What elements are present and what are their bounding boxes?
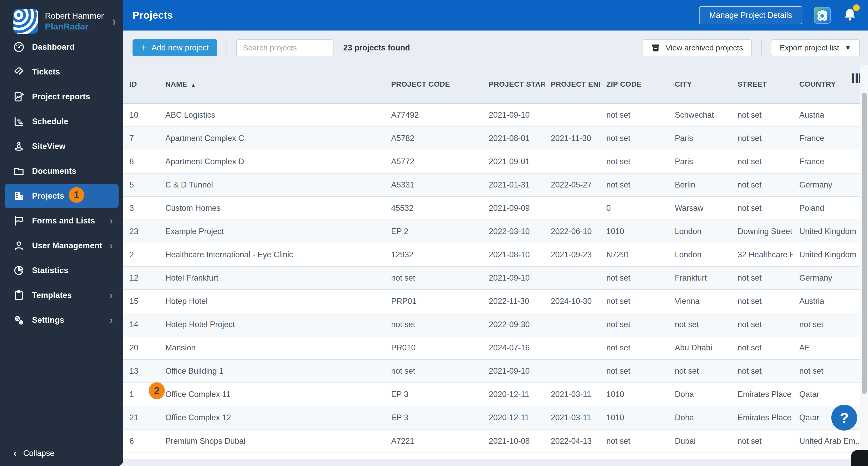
chevron-right-icon: › — [110, 240, 113, 251]
table-cell: 2021-08-01 — [483, 127, 545, 150]
table-row[interactable]: 20MansionPR0102024-07-16not setAbu Dhabi… — [123, 336, 860, 359]
table-cell: Austria — [793, 290, 860, 313]
table-cell: 45532 — [385, 197, 483, 220]
schedule-icon — [13, 116, 25, 127]
sidebar-item-dashboard[interactable]: Dashboard — [0, 35, 123, 59]
table-cell: not set — [669, 313, 731, 336]
partial-row — [123, 453, 860, 459]
column-header-project-code[interactable]: PROJECT CODE — [385, 65, 483, 104]
chevron-right-icon: › — [110, 290, 113, 301]
table-cell: not set — [731, 336, 793, 359]
table-cell: Office Complex 12 — [159, 406, 385, 429]
table-row[interactable]: 14Hotep Hotel Projectnot set2022-09-30no… — [123, 313, 860, 336]
search-input[interactable] — [237, 39, 334, 56]
sidebar-item-tickets[interactable]: Tickets — [0, 59, 123, 84]
column-header-zip-code[interactable]: ZIP CODE — [600, 65, 669, 104]
table-cell: 1010 — [600, 383, 669, 406]
table-row[interactable]: 8Apartment Complex DA57722021-09-01not s… — [123, 150, 860, 173]
sidebar-item-statistics[interactable]: Statistics — [0, 258, 123, 283]
export-project-list-button[interactable]: Export project list ▼ — [771, 39, 860, 56]
table-row[interactable]: 1Office Complex 11EP 32020-12-112021-03-… — [123, 383, 860, 406]
table-row[interactable]: 3Custom Homes455322021-09-090Warsawnot s… — [123, 197, 860, 220]
sidebar-item-siteview[interactable]: SiteView — [0, 134, 123, 159]
table-cell: Hotep Hotel — [159, 290, 385, 313]
help-button[interactable]: ? — [831, 405, 857, 431]
table-row[interactable]: 15Hotep HotelPRP012022-11-302024-10-30no… — [123, 290, 860, 313]
column-header-country[interactable]: COUNTRY — [793, 65, 860, 104]
vertical-scrollbar-track[interactable] — [860, 65, 868, 466]
table-cell: United Arab Em... — [793, 429, 860, 453]
table-row[interactable]: 10ABC LogisticsA774922021-09-10not setSc… — [123, 104, 860, 127]
table-cell: Dubai — [669, 429, 731, 453]
column-header-street[interactable]: STREET — [731, 65, 793, 104]
notifications-button[interactable] — [843, 7, 857, 23]
sidebar-item-projects[interactable]: Projects — [5, 184, 119, 208]
table-cell: not set — [600, 266, 669, 290]
sidebar-item-documents[interactable]: Documents — [0, 159, 123, 184]
column-header-id[interactable]: ID — [123, 65, 159, 104]
table-row[interactable]: 23Example ProjectEP 22022-03-102022-06-1… — [123, 220, 860, 243]
projects-table: IDNAME▲PROJECT CODEPROJECT STARTPROJECT … — [123, 65, 860, 453]
column-header-project-end[interactable]: PROJECT END — [545, 65, 600, 104]
manage-project-details-button[interactable]: Manage Project Details — [699, 6, 803, 24]
table-cell: 32 Healthcare P... — [731, 243, 793, 266]
table-cell: 23 — [123, 220, 159, 243]
table-cell: 2022-09-30 — [483, 313, 545, 336]
table-row[interactable]: 12Hotel Frankfurtnot set2021-09-10not se… — [123, 266, 860, 290]
table-cell: not set — [600, 104, 669, 127]
table-cell: Apartment Complex C — [159, 127, 385, 150]
table-cell: C & D Tunnel — [159, 173, 385, 197]
sidebar-item-label: Projects — [32, 192, 64, 201]
report-icon — [13, 91, 25, 103]
table-cell: Doha — [669, 383, 731, 406]
chevron-right-icon[interactable]: › — [112, 12, 116, 30]
sidebar-item-forms-and-lists[interactable]: Forms and Lists› — [0, 208, 123, 233]
table-cell: 20 — [123, 336, 159, 359]
table-cell: A77492 — [385, 104, 483, 127]
collapse-button[interactable]: ‹ Collapse — [13, 448, 55, 459]
table-cell: Hotep Hotel Project — [159, 313, 385, 336]
divider — [226, 40, 227, 55]
table-cell: not set — [731, 266, 793, 290]
folder-icon — [13, 165, 25, 177]
table-cell: not set — [600, 359, 669, 383]
table-row[interactable]: 6Premium Shops DubaiA72212021-10-082022-… — [123, 429, 860, 453]
sidebar-item-project-reports[interactable]: Project reports — [0, 84, 123, 109]
sidebar-item-user-management[interactable]: User Management› — [0, 233, 123, 258]
table-cell: 12932 — [385, 243, 483, 266]
table-cell: not set — [600, 150, 669, 173]
app-switcher-icon[interactable] — [814, 7, 831, 24]
plus-icon: + — [141, 43, 147, 53]
sidebar-item-label: Project reports — [32, 92, 90, 101]
flag-icon — [13, 215, 25, 227]
sidebar-item-templates[interactable]: Templates› — [0, 283, 123, 308]
table-cell: Mansion — [159, 336, 385, 359]
sidebar-item-label: Settings — [32, 316, 64, 325]
gears-icon — [13, 314, 25, 326]
table-row[interactable]: 7Apartment Complex CA57822021-08-012021-… — [123, 127, 860, 150]
add-new-project-button[interactable]: + Add new project — [132, 39, 217, 56]
table-cell: not set — [385, 359, 483, 383]
table-cell: 2021-03-11 — [545, 383, 600, 406]
column-header-name[interactable]: NAME▲ — [159, 65, 385, 104]
table-row[interactable]: 13Office Building 1not set2021-09-10not … — [123, 359, 860, 383]
column-header-city[interactable]: CITY — [669, 65, 731, 104]
table-cell: not set — [385, 266, 483, 290]
chevron-right-icon: › — [110, 215, 113, 227]
sidebar-nav: DashboardTicketsProject reportsScheduleS… — [0, 35, 123, 332]
table-cell: Berlin — [669, 173, 731, 197]
account-switcher[interactable]: Robert Hammer PlanRadar › — [0, 0, 123, 34]
vertical-scrollbar-thumb[interactable] — [862, 93, 867, 394]
table-row[interactable]: 21Office Complex 12EP 32020-12-112021-03… — [123, 406, 860, 429]
table-row[interactable]: 5C & D TunnelA53312021-01-312022-05-27no… — [123, 173, 860, 197]
sidebar-item-schedule[interactable]: Schedule — [0, 109, 123, 134]
table-cell — [545, 150, 600, 173]
table-cell: 2 — [123, 243, 159, 266]
table-cell: 13 — [123, 359, 159, 383]
sidebar-item-label: Documents — [32, 167, 76, 176]
column-header-project-start[interactable]: PROJECT START — [483, 65, 545, 104]
table-cell: 2021-09-23 — [545, 243, 600, 266]
sidebar-item-settings[interactable]: Settings› — [0, 308, 123, 332]
view-archived-projects-button[interactable]: View archived projects — [642, 39, 752, 56]
table-row[interactable]: 2Healthcare International - Eye Clinic12… — [123, 243, 860, 266]
